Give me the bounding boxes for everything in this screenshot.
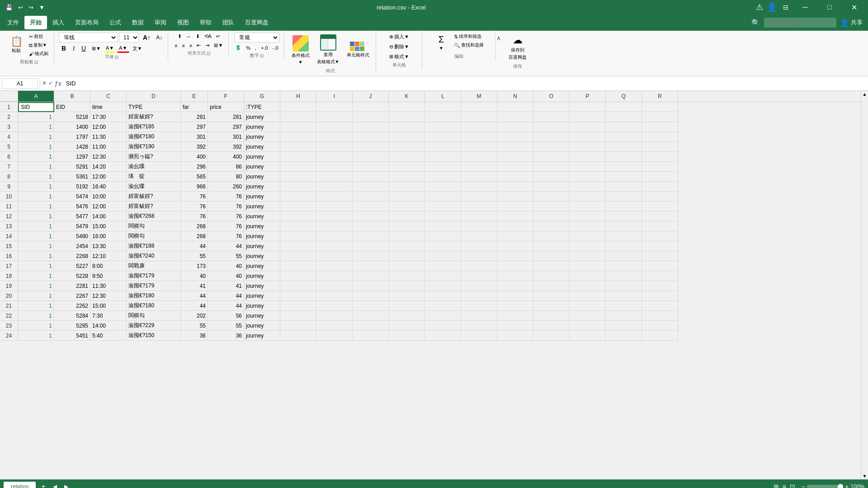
grid-cell[interactable] bbox=[570, 321, 606, 331]
grid-cell[interactable] bbox=[389, 251, 425, 261]
zoom-in-btn[interactable]: + bbox=[845, 483, 849, 488]
grid-cell[interactable] bbox=[353, 261, 389, 271]
grid-cell[interactable] bbox=[425, 271, 461, 281]
grid-cell[interactable]: 1 bbox=[18, 152, 54, 162]
grid-cell[interactable] bbox=[461, 331, 497, 341]
increase-decimal-btn[interactable]: +.0 bbox=[259, 44, 270, 52]
grid-cell[interactable]: 15:00 bbox=[90, 221, 127, 231]
grid-cell[interactable] bbox=[353, 241, 389, 251]
grid-cell[interactable] bbox=[497, 122, 533, 132]
border-btn[interactable]: ⊞▼ bbox=[90, 45, 103, 52]
underline-btn[interactable]: U bbox=[79, 44, 89, 53]
grid-cell[interactable]: 392 bbox=[208, 142, 244, 152]
menu-view[interactable]: 视图 bbox=[172, 16, 194, 29]
grid-cell[interactable] bbox=[353, 122, 389, 132]
grid-cell[interactable] bbox=[497, 202, 533, 211]
grid-cell[interactable] bbox=[316, 202, 353, 211]
increase-font-size-btn[interactable]: A↑ bbox=[141, 33, 152, 42]
grid-cell[interactable]: 1 bbox=[18, 221, 54, 231]
col-header-I[interactable]: I bbox=[316, 91, 353, 102]
grid-cell[interactable] bbox=[497, 211, 533, 221]
grid-cell[interactable]: 76 bbox=[181, 202, 208, 211]
grid-cell[interactable] bbox=[316, 102, 353, 112]
grid-cell[interactable] bbox=[461, 112, 497, 122]
grid-cell[interactable]: 渝囤€?179 bbox=[127, 271, 181, 281]
grid-cell[interactable]: 渝囤€?180 bbox=[127, 132, 181, 142]
font-name-dropdown[interactable]: 等线 bbox=[59, 33, 118, 42]
grid-cell[interactable] bbox=[461, 142, 497, 152]
grid-cell[interactable] bbox=[533, 132, 570, 142]
grid-cell[interactable]: 5451 bbox=[54, 331, 90, 341]
grid-cell[interactable]: 1 bbox=[18, 231, 54, 241]
grid-cell[interactable] bbox=[533, 271, 570, 281]
grid-cell[interactable] bbox=[606, 241, 642, 251]
grid-cell[interactable] bbox=[606, 172, 642, 182]
grid-cell[interactable]: 36 bbox=[208, 331, 244, 341]
grid-cell[interactable] bbox=[425, 211, 461, 221]
grid-cell[interactable]: 76 bbox=[208, 221, 244, 231]
grid-cell[interactable] bbox=[280, 152, 316, 162]
grid-cell[interactable] bbox=[425, 102, 461, 112]
row-header[interactable]: 4 bbox=[0, 132, 18, 142]
grid-cell[interactable]: 1 bbox=[18, 192, 54, 202]
menu-page-layout[interactable]: 页面布局 bbox=[70, 16, 104, 29]
grid-cell[interactable]: 14:20 bbox=[90, 162, 127, 172]
grid-cell[interactable] bbox=[461, 192, 497, 202]
align-top-btn[interactable]: ⬆ bbox=[176, 33, 184, 40]
grid-cell[interactable] bbox=[316, 122, 353, 132]
grid-cell[interactable]: 5228 bbox=[54, 271, 90, 281]
grid-cell[interactable] bbox=[642, 152, 678, 162]
save-quick-btn[interactable]: 💾 bbox=[4, 3, 14, 12]
grid-cell[interactable] bbox=[461, 172, 497, 182]
grid-cell[interactable]: 966 bbox=[181, 182, 208, 192]
grid-cell[interactable] bbox=[353, 331, 389, 341]
grid-cell[interactable] bbox=[280, 221, 316, 231]
grid-cell[interactable]: 55 bbox=[208, 251, 244, 261]
grid-cell[interactable] bbox=[461, 311, 497, 321]
grid-cell[interactable] bbox=[316, 142, 353, 152]
grid-cell[interactable] bbox=[642, 202, 678, 211]
grid-cell[interactable] bbox=[316, 291, 353, 301]
grid-cell[interactable] bbox=[280, 102, 316, 112]
grid-cell[interactable] bbox=[570, 192, 606, 202]
grid-cell[interactable]: 392 bbox=[181, 142, 208, 152]
col-header-E[interactable]: E bbox=[181, 91, 208, 102]
grid-cell[interactable] bbox=[389, 112, 425, 122]
grid-cell[interactable] bbox=[353, 281, 389, 291]
grid-cell[interactable] bbox=[606, 261, 642, 271]
grid-cell[interactable]: 41 bbox=[208, 281, 244, 291]
grid-cell[interactable] bbox=[353, 202, 389, 211]
grid-cell[interactable]: 40 bbox=[208, 261, 244, 271]
grid-cell[interactable]: 5479 bbox=[54, 221, 90, 231]
grid-cell[interactable] bbox=[389, 202, 425, 211]
grid-cell[interactable]: 1 bbox=[18, 182, 54, 192]
grid-cell[interactable]: 281 bbox=[181, 112, 208, 122]
col-header-K[interactable]: K bbox=[389, 91, 425, 102]
grid-cell[interactable]: journey bbox=[244, 231, 280, 241]
grid-cell[interactable] bbox=[280, 291, 316, 301]
grid-cell[interactable]: 268 bbox=[181, 231, 208, 241]
grid-cell[interactable] bbox=[461, 132, 497, 142]
grid-cell[interactable] bbox=[389, 172, 425, 182]
grid-cell[interactable]: 76 bbox=[208, 211, 244, 221]
grid-cell[interactable] bbox=[316, 162, 353, 172]
name-box[interactable] bbox=[2, 78, 38, 89]
grid-cell[interactable]: 5227 bbox=[54, 261, 90, 271]
grid-cell[interactable] bbox=[280, 142, 316, 152]
grid-cell[interactable]: 1 bbox=[18, 241, 54, 251]
grid-cell[interactable] bbox=[497, 311, 533, 321]
grid-cell[interactable]: 婬富鲅婬? bbox=[127, 202, 181, 211]
menu-help[interactable]: 帮助 bbox=[194, 16, 217, 29]
grid-cell[interactable]: 1400 bbox=[54, 122, 90, 132]
number-expand-icon[interactable]: ⊡ bbox=[260, 53, 264, 58]
scroll-sheet-left[interactable]: ◀ bbox=[50, 483, 60, 488]
grid-cell[interactable] bbox=[642, 132, 678, 142]
grid-cell[interactable]: journey bbox=[244, 112, 280, 122]
grid-cell[interactable] bbox=[606, 122, 642, 132]
row-header[interactable]: 9 bbox=[0, 182, 18, 192]
grid-cell[interactable] bbox=[606, 132, 642, 142]
grid-cell[interactable] bbox=[353, 162, 389, 172]
grid-cell[interactable]: journey bbox=[244, 142, 280, 152]
accounting-btn[interactable]: 💲 bbox=[233, 44, 243, 52]
grid-cell[interactable]: 7:30 bbox=[90, 311, 127, 321]
